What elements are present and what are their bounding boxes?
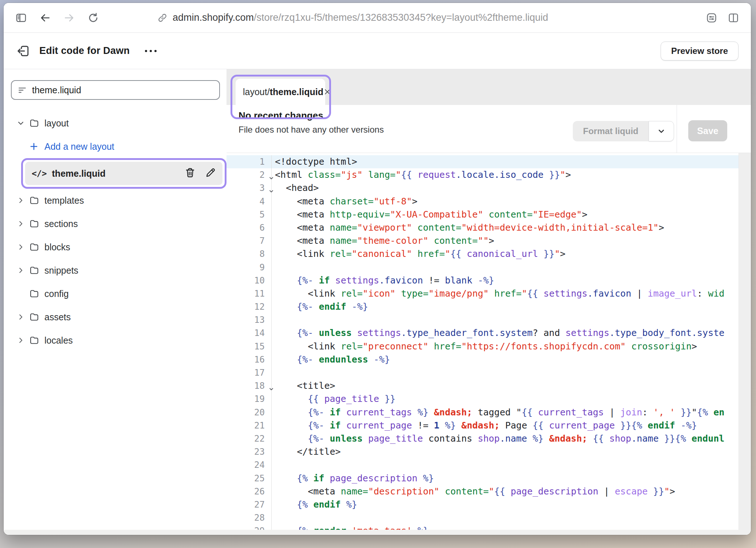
- chevron-right-icon[interactable]: [16, 336, 25, 344]
- chevron-right-icon[interactable]: [16, 313, 25, 321]
- code-line-6[interactable]: 6 <meta name="viewport" content="width=d…: [227, 221, 739, 234]
- tree-item-add-a-new-layout[interactable]: Add a new layout: [4, 135, 227, 158]
- tab-label: layout/theme.liquid: [243, 87, 323, 97]
- chevron-right-icon[interactable]: [16, 243, 25, 251]
- code-line-1[interactable]: 1<!doctype html>: [227, 155, 739, 168]
- code-line-5[interactable]: 5 <meta http-equiv="X-UA-Compatible" con…: [227, 208, 739, 221]
- code-editor[interactable]: 1<!doctype html>2<html class="js" lang="…: [227, 153, 739, 530]
- code-line-22[interactable]: 22 {%- unless page_title contains shop.n…: [227, 432, 739, 445]
- address-bar[interactable]: admin.shopify.com/store/rzq1xu-f5/themes…: [157, 12, 548, 23]
- file-search-value: theme.liquid: [32, 85, 81, 95]
- code-line-7[interactable]: 7 <meta name="theme-color" content="">: [227, 234, 739, 247]
- reload-icon[interactable]: [87, 11, 100, 24]
- sidebar-toggle-icon[interactable]: [15, 11, 28, 24]
- code-line-29[interactable]: 29 {% render 'meta-tags' %}: [227, 524, 739, 530]
- line-number: 13: [227, 313, 272, 326]
- more-actions-icon[interactable]: [142, 47, 160, 55]
- line-number: 29: [227, 524, 272, 530]
- code-text: {%- endunless -%}: [272, 353, 739, 366]
- code-line-16[interactable]: 16 {%- endunless -%}: [227, 353, 739, 366]
- code-line-21[interactable]: 21 {%- if current_page != 1 %} &ndash; P…: [227, 419, 739, 432]
- chevron-right-icon[interactable]: [16, 196, 25, 204]
- tree-item-theme-liquid[interactable]: </>theme.liquid: [25, 162, 223, 185]
- forward-icon[interactable]: [63, 11, 76, 24]
- tree-item-templates[interactable]: templates: [4, 189, 227, 212]
- rename-file-icon[interactable]: [205, 167, 216, 180]
- code-line-10[interactable]: 10 {%- if settings.favicon != blank -%}: [227, 274, 739, 287]
- folder-icon: [29, 118, 40, 128]
- page-settings-icon[interactable]: [705, 11, 718, 24]
- code-text: <meta name="viewport" content="width=dev…: [272, 221, 739, 234]
- code-line-28[interactable]: 28: [227, 511, 739, 524]
- tree-item-label: blocks: [44, 242, 70, 253]
- code-line-3[interactable]: 3 <head>: [227, 181, 739, 195]
- code-text: </title>: [272, 445, 739, 458]
- code-line-19[interactable]: 19 {{ page_title }}: [227, 392, 739, 406]
- tree-item-snippets[interactable]: snippets: [4, 259, 227, 282]
- code-line-14[interactable]: 14 {%- unless settings.type_header_font.…: [227, 326, 739, 340]
- code-line-8[interactable]: 8 <link rel="canonical" href="{{ canonic…: [227, 247, 739, 261]
- line-number: 22: [227, 432, 272, 445]
- plus-icon: [29, 142, 39, 151]
- code-line-23[interactable]: 23 </title>: [227, 445, 739, 458]
- file-search-input[interactable]: theme.liquid: [11, 80, 220, 100]
- back-icon[interactable]: [39, 11, 52, 24]
- code-text: <title>: [272, 379, 739, 392]
- exit-editor-icon[interactable]: [16, 44, 31, 58]
- tree-item-locales[interactable]: locales: [4, 329, 227, 352]
- browser-toolbar: admin.shopify.com/store/rzq1xu-f5/themes…: [4, 3, 751, 33]
- code-text: [272, 261, 739, 274]
- delete-file-icon[interactable]: [185, 167, 196, 180]
- tree-item-label: locales: [44, 335, 73, 346]
- format-liquid-label[interactable]: Format liquid: [573, 121, 649, 141]
- tree-item-blocks[interactable]: blocks: [4, 235, 227, 259]
- code-line-15[interactable]: 15 <link rel="preconnect" href="https://…: [227, 340, 739, 353]
- code-text: {%- if settings.favicon != blank -%}: [272, 274, 739, 287]
- code-text: <link rel="icon" type="image/png" href="…: [272, 287, 739, 300]
- line-number: 3: [227, 181, 272, 195]
- editor-toolbar: No recent changes File does not have any…: [227, 105, 751, 153]
- format-liquid-dropdown[interactable]: [649, 121, 674, 141]
- folder-icon: [29, 289, 40, 299]
- code-text: {{ page_title }}: [272, 392, 739, 406]
- chevron-right-icon[interactable]: [16, 266, 25, 274]
- code-line-18[interactable]: 18 <title>: [227, 379, 739, 392]
- editor-scrollbar[interactable]: [739, 153, 751, 530]
- file-sidebar: theme.liquid layoutAdd a new layout</>th…: [4, 69, 227, 530]
- tree-item-sections[interactable]: sections: [4, 212, 227, 235]
- format-liquid-button[interactable]: Format liquid: [573, 121, 674, 141]
- code-lines: 1<!doctype html>2<html class="js" lang="…: [227, 155, 739, 530]
- chevron-down-icon[interactable]: [16, 119, 25, 127]
- tab-theme-liquid[interactable]: layout/theme.liquid: [236, 79, 325, 105]
- code-line-2[interactable]: 2<html class="js" lang="{{ request.local…: [227, 168, 739, 181]
- code-line-24[interactable]: 24: [227, 458, 739, 471]
- tree-item-label: theme.liquid: [52, 168, 106, 179]
- preview-store-button[interactable]: Preview store: [661, 42, 739, 60]
- code-line-4[interactable]: 4 <meta charset="utf-8">: [227, 195, 739, 208]
- code-line-17[interactable]: 17: [227, 366, 739, 379]
- code-line-12[interactable]: 12 {%- endif -%}: [227, 300, 739, 313]
- close-tab-icon[interactable]: [323, 88, 331, 96]
- line-number: 25: [227, 472, 272, 485]
- tree-item-config[interactable]: config: [4, 282, 227, 305]
- split-view-icon[interactable]: [727, 11, 740, 24]
- code-line-20[interactable]: 20 {%- if current_tags %} &ndash; tagged…: [227, 406, 739, 419]
- code-line-26[interactable]: 26 <meta name="description" content="{{ …: [227, 485, 739, 498]
- save-button[interactable]: Save: [688, 120, 727, 141]
- folder-icon: [29, 312, 40, 322]
- code-line-11[interactable]: 11 <link rel="icon" type="image/png" hre…: [227, 287, 739, 300]
- code-line-13[interactable]: 13: [227, 313, 739, 326]
- tree-item-layout[interactable]: layout: [4, 111, 227, 135]
- tree-item-assets[interactable]: assets: [4, 305, 227, 329]
- line-number: 23: [227, 445, 272, 458]
- code-text: [272, 313, 739, 326]
- code-text: {%- endif -%}: [272, 300, 739, 313]
- window-bottom-strip: [4, 530, 751, 535]
- code-line-25[interactable]: 25 {% if page_description %}: [227, 472, 739, 485]
- chevron-right-icon[interactable]: [16, 220, 25, 228]
- code-text: <html class="js" lang="{{ request.locale…: [272, 168, 739, 181]
- line-number: 10: [227, 274, 272, 287]
- code-line-9[interactable]: 9: [227, 261, 739, 274]
- code-line-27[interactable]: 27 {% endif %}: [227, 498, 739, 511]
- line-number: 5: [227, 208, 272, 221]
